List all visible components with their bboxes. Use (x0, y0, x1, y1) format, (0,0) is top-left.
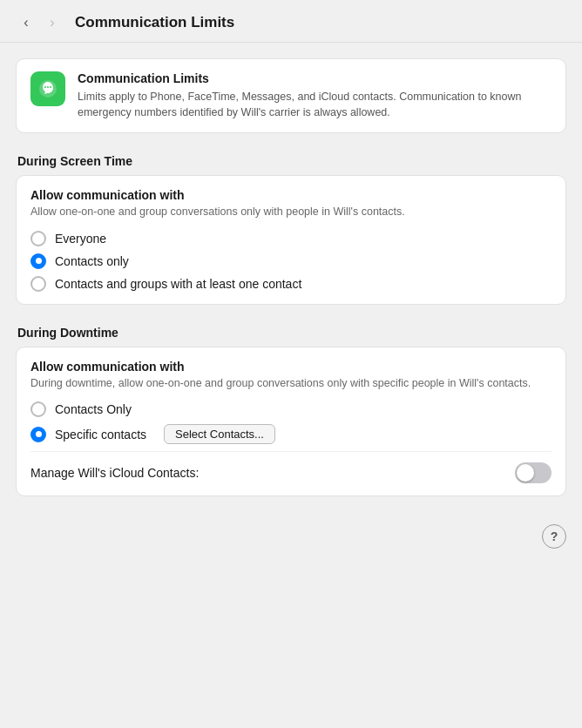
radio-downtime-contacts-only-label: Contacts Only (55, 402, 132, 416)
radio-downtime-contacts-only[interactable] (30, 401, 46, 417)
info-card-desc: Limits apply to Phone, FaceTime, Message… (78, 89, 552, 120)
nav-bar: ‹ › Communication Limits (0, 0, 582, 43)
help-button-container: ? (16, 517, 566, 552)
nav-arrows: ‹ › (16, 12, 63, 33)
back-button[interactable]: ‹ (16, 12, 37, 33)
downtime-section-label: During Downtime (16, 326, 566, 340)
forward-button[interactable]: › (42, 12, 63, 33)
radio-specific-contacts-label: Specific contacts (55, 428, 146, 442)
screen-time-card-desc: Allow one-on-one and group conversations… (30, 205, 552, 220)
communication-limits-icon (30, 71, 65, 106)
icloud-contacts-toggle[interactable] (515, 462, 552, 483)
info-card: Communication Limits Limits apply to Pho… (16, 58, 566, 133)
main-content: Communication Limits Limits apply to Pho… (0, 43, 582, 568)
downtime-card: Allow communication with During downtime… (16, 347, 566, 497)
screen-time-card: Allow communication with Allow one-on-on… (16, 175, 566, 305)
downtime-option-contacts-only[interactable]: Contacts Only (30, 401, 552, 417)
screen-time-option-contacts-groups[interactable]: Contacts and groups with at least one co… (30, 276, 552, 292)
screen-time-option-contacts-only[interactable]: Contacts only (30, 253, 552, 269)
radio-everyone[interactable] (30, 231, 46, 246)
radio-contacts-only-label: Contacts only (55, 254, 129, 268)
radio-everyone-label: Everyone (55, 232, 106, 246)
screen-time-section-label: During Screen Time (16, 154, 566, 168)
downtime-option-specific-contacts[interactable]: Specific contacts Select Contacts... (30, 424, 552, 444)
radio-contacts-only[interactable] (30, 253, 46, 269)
radio-contacts-groups-label: Contacts and groups with at least one co… (55, 277, 301, 291)
info-card-text: Communication Limits Limits apply to Pho… (78, 71, 552, 120)
svg-point-1 (44, 86, 46, 88)
screen-time-option-everyone[interactable]: Everyone (30, 231, 552, 246)
screen-time-card-title: Allow communication with (30, 188, 552, 202)
toggle-label: Manage Will's iCloud Contacts: (30, 466, 199, 480)
svg-point-2 (47, 86, 49, 88)
downtime-card-desc: During downtime, allow one-on-one and gr… (30, 376, 552, 392)
radio-specific-contacts[interactable] (30, 427, 46, 442)
downtime-card-title: Allow communication with (30, 360, 552, 374)
svg-point-3 (50, 86, 51, 88)
select-contacts-button[interactable]: Select Contacts... (164, 424, 275, 444)
help-button[interactable]: ? (542, 524, 566, 549)
info-card-title: Communication Limits (78, 71, 552, 85)
toggle-row: Manage Will's iCloud Contacts: (30, 451, 552, 483)
page-title: Communication Limits (75, 14, 234, 31)
radio-contacts-groups[interactable] (30, 276, 46, 292)
